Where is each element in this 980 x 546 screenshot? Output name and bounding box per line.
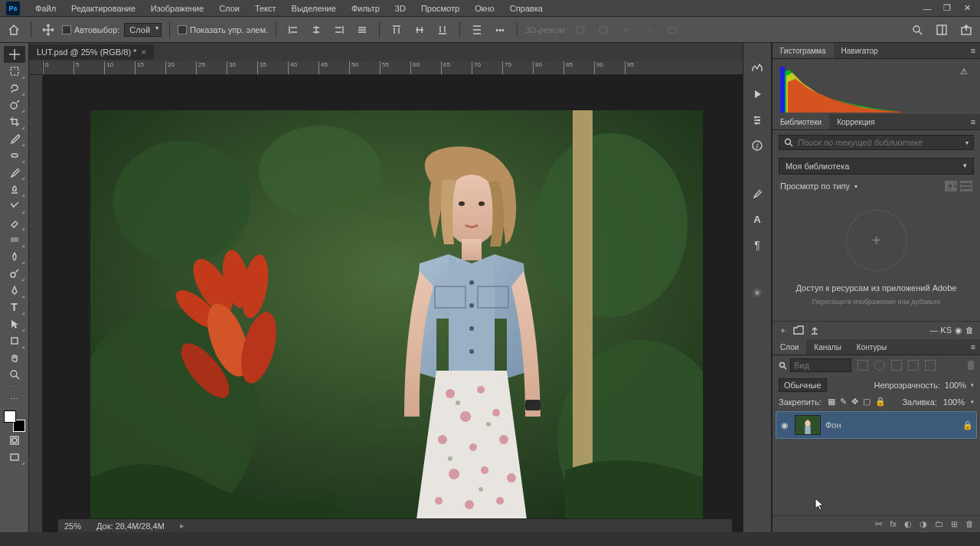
auto-select-target[interactable]: Слой	[124, 23, 162, 37]
hand-tool[interactable]	[4, 349, 25, 366]
tab-paths[interactable]: Контуры	[849, 339, 894, 355]
menu-layers[interactable]: Слои	[211, 2, 247, 15]
tab-adjustments[interactable]: Коррекция	[829, 114, 882, 129]
ruler-horizontal[interactable]: 05101520253035404550556065707580859095	[43, 61, 743, 75]
heal-tool[interactable]	[4, 147, 25, 164]
workspace-switcher-icon[interactable]	[933, 21, 951, 39]
search-dropdown-icon[interactable]: ▾	[965, 139, 969, 146]
link-layers-icon[interactable]: ⚯	[875, 519, 882, 529]
panel-menu-icon[interactable]: ≡	[966, 339, 980, 355]
paragraph-icon[interactable]: ¶	[750, 237, 765, 253]
filter-smart-icon[interactable]	[925, 360, 936, 371]
actions-icon[interactable]	[750, 86, 765, 101]
panel-menu-icon[interactable]: ≡	[966, 43, 980, 58]
filter-toggle[interactable]	[968, 361, 974, 370]
align-top-icon[interactable]	[387, 21, 406, 39]
eyedropper-tool[interactable]	[4, 130, 25, 147]
quick-mask[interactable]	[4, 432, 25, 449]
lock-artboard-icon[interactable]: ▢	[863, 397, 871, 407]
add-asset-circle[interactable]: +	[846, 210, 907, 271]
move-tool[interactable]	[4, 46, 25, 63]
menu-window[interactable]: Окно	[467, 2, 502, 15]
pen-tool[interactable]	[4, 282, 25, 299]
brushes-icon[interactable]	[750, 185, 765, 201]
tab-layers[interactable]: Слои	[773, 339, 806, 355]
filter-shape-icon[interactable]	[908, 360, 919, 371]
auto-select-check[interactable]: Автовыбор:	[62, 25, 119, 34]
dodge-tool[interactable]	[4, 265, 25, 282]
ruler-origin[interactable]	[29, 61, 43, 75]
layer-visibility-icon[interactable]: ◉	[779, 420, 790, 430]
delete-layer-icon[interactable]: 🗑	[965, 519, 974, 529]
lock-all-icon[interactable]: 🔒	[875, 397, 886, 407]
marquee-tool[interactable]	[4, 63, 25, 80]
favorites-icon[interactable]	[750, 285, 765, 300]
move-tool-icon[interactable]	[39, 21, 57, 39]
fill-value[interactable]: 100%	[943, 397, 965, 407]
screen-mode[interactable]	[4, 449, 25, 466]
ruler-vertical[interactable]	[29, 75, 43, 532]
blur-tool[interactable]	[4, 248, 25, 265]
menu-3d[interactable]: 3D	[387, 2, 413, 15]
window-minimize[interactable]: —	[917, 0, 937, 17]
tab-histogram[interactable]: Гистограмма	[773, 43, 834, 58]
align-right-icon[interactable]	[330, 21, 348, 39]
menu-select[interactable]: Выделение	[284, 2, 344, 15]
document-tab[interactable]: LUT.psd @ 25% (RGB/8) * ×	[29, 44, 154, 60]
type-tool[interactable]: T	[4, 299, 25, 316]
show-transform-controls[interactable]: Показать упр. элем.	[178, 25, 268, 34]
lib-folder-icon[interactable]	[793, 325, 804, 335]
histogram-warning-icon[interactable]: ⚠	[960, 67, 968, 77]
canvas-viewport[interactable]	[43, 75, 743, 532]
tab-navigator[interactable]: Навигатор	[834, 43, 886, 58]
quick-select-tool[interactable]	[4, 96, 25, 113]
blend-mode-select[interactable]: Обычные	[779, 378, 827, 392]
share-icon[interactable]	[957, 21, 975, 39]
edit-toolbar[interactable]: ⋯	[4, 391, 25, 407]
foreground-color[interactable]	[4, 410, 16, 423]
align-bottom-icon[interactable]	[433, 21, 452, 39]
eraser-tool[interactable]	[4, 214, 25, 231]
align-vcenter-icon[interactable]	[410, 21, 429, 39]
lock-position-icon[interactable]: ✥	[851, 397, 858, 407]
library-search-input[interactable]	[798, 138, 961, 147]
adjustments-icon[interactable]	[750, 112, 765, 127]
close-tab-icon[interactable]: ×	[141, 47, 145, 57]
list-view-icon[interactable]	[960, 181, 972, 191]
lock-pixels-icon[interactable]: ✎	[840, 397, 847, 407]
menu-help[interactable]: Справка	[502, 2, 550, 15]
layer-row[interactable]: ◉ Фон 🔒	[776, 411, 977, 439]
layer-thumbnail[interactable]	[795, 415, 821, 435]
search-icon[interactable]	[908, 21, 926, 39]
lasso-tool[interactable]	[4, 80, 25, 96]
shape-tool[interactable]	[4, 332, 25, 349]
panel-menu-icon[interactable]: ≡	[966, 114, 980, 129]
zoom-level[interactable]: 25%	[64, 521, 81, 531]
layer-style-icon[interactable]: fx	[890, 519, 897, 529]
adjustment-layer-icon[interactable]: ◑	[920, 519, 927, 529]
info-icon[interactable]: i	[750, 138, 765, 153]
align-left-icon[interactable]	[284, 21, 302, 39]
color-swatches[interactable]	[4, 410, 25, 432]
library-search[interactable]: ▾	[779, 135, 974, 150]
crop-tool[interactable]	[4, 113, 25, 130]
align-hcenter-icon[interactable]	[307, 21, 325, 39]
layer-lock-icon[interactable]: 🔒	[962, 420, 973, 430]
layer-group-icon[interactable]: 🗀	[935, 519, 943, 529]
stamp-tool[interactable]	[4, 181, 25, 198]
menu-file[interactable]: Файл	[28, 2, 64, 15]
lib-delete-icon[interactable]: 🗑	[965, 325, 974, 335]
character-icon[interactable]: A	[750, 211, 765, 227]
layer-name[interactable]: Фон	[825, 420, 841, 430]
menu-image[interactable]: Изображение	[143, 2, 211, 15]
filter-adjust-icon[interactable]	[874, 360, 885, 371]
more-options-icon[interactable]: •••	[491, 21, 509, 39]
home-button[interactable]	[5, 21, 23, 39]
grid-view-icon[interactable]	[945, 181, 957, 191]
menu-view[interactable]: Просмотр	[413, 2, 467, 15]
lib-sync-icon[interactable]: ◉	[955, 325, 962, 335]
menu-text[interactable]: Текст	[247, 2, 284, 15]
history-brush-tool[interactable]	[4, 198, 25, 214]
filter-pixel-icon[interactable]	[858, 360, 868, 371]
tab-libraries[interactable]: Библиотеки	[773, 114, 829, 129]
